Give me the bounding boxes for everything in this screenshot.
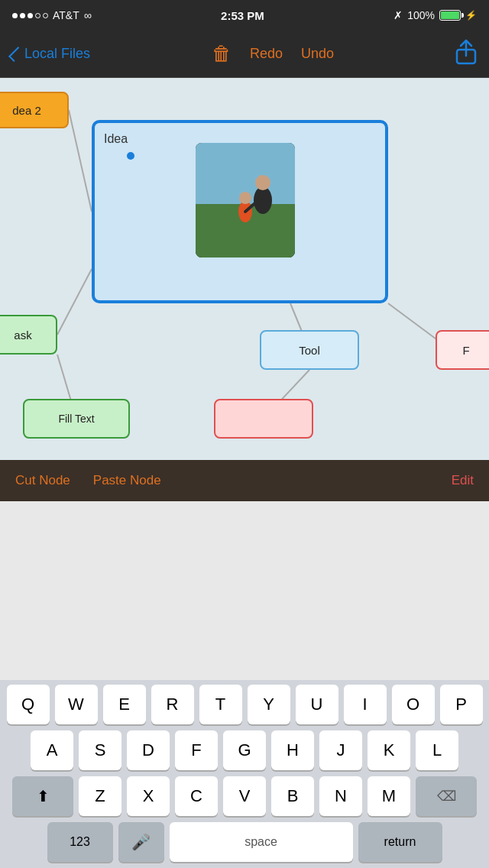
key-u[interactable]: U <box>296 685 338 724</box>
battery-icon <box>439 10 461 21</box>
key-v[interactable]: V <box>223 776 266 816</box>
keyboard: Q W E R T Y U I O P A S D F G H J K L ⬆ … <box>0 680 489 868</box>
cut-node-button[interactable]: Cut Node <box>15 473 70 488</box>
backspace-icon: ⌫ <box>437 788 456 805</box>
svg-point-13 <box>255 175 270 190</box>
edit-button[interactable]: Edit <box>452 473 474 488</box>
back-button[interactable]: Local Files <box>12 46 90 62</box>
node-task-label: ask <box>14 329 31 342</box>
bluetooth-icon: ✗ <box>393 9 403 21</box>
signal-dot-2 <box>20 13 25 18</box>
node-photo <box>196 143 295 257</box>
key-e[interactable]: E <box>103 685 146 724</box>
shift-key[interactable]: ⬆ <box>12 776 73 816</box>
key-m[interactable]: M <box>368 776 410 816</box>
svg-line-1 <box>69 110 92 212</box>
key-q[interactable]: Q <box>7 685 50 724</box>
node-main[interactable]: Idea <box>92 120 388 303</box>
key-g[interactable]: G <box>223 730 266 770</box>
node-filltext-label: Fill Text <box>58 413 94 425</box>
key-c[interactable]: C <box>175 776 218 816</box>
node-f-label: F <box>462 344 469 357</box>
node-task[interactable]: ask <box>0 315 57 355</box>
key-b[interactable]: B <box>271 776 314 816</box>
redo-button[interactable]: Redo <box>250 46 283 62</box>
signal-dots <box>12 13 48 18</box>
status-bar: AT&T ∞ 2:53 PM ✗ 100% ⚡ <box>0 0 489 31</box>
backspace-key[interactable]: ⌫ <box>416 776 477 816</box>
signal-dot-3 <box>28 13 33 18</box>
keyboard-row-1: Q W E R T Y U I O P <box>0 685 489 724</box>
node-idea2[interactable]: dea 2 <box>0 92 69 128</box>
key-o[interactable]: O <box>392 685 435 724</box>
mic-key[interactable]: 🎤 <box>118 822 164 862</box>
key-r[interactable]: R <box>151 685 194 724</box>
key-y[interactable]: Y <box>248 685 290 724</box>
wifi-icon: ∞ <box>84 9 92 21</box>
numbers-key[interactable]: 123 <box>47 822 113 862</box>
key-k[interactable]: K <box>368 730 410 770</box>
node-idea-label: Idea <box>104 132 128 146</box>
context-bar: Cut Node Paste Node Edit <box>0 460 489 501</box>
signal-dot-5 <box>43 13 48 18</box>
back-label: Local Files <box>24 46 90 62</box>
battery-fill <box>441 11 459 19</box>
trash-icon[interactable]: 🗑 <box>212 42 232 66</box>
status-right: ✗ 100% ⚡ <box>393 9 477 21</box>
keyboard-row-bottom: 123 🎤 space return <box>0 822 489 862</box>
space-key[interactable]: space <box>170 822 353 862</box>
battery-box <box>439 10 461 21</box>
time-display: 2:53 PM <box>221 9 264 22</box>
svg-line-2 <box>57 269 92 335</box>
key-p[interactable]: P <box>440 685 483 724</box>
battery-percent: 100% <box>407 9 435 21</box>
key-t[interactable]: T <box>199 685 242 724</box>
mic-icon: 🎤 <box>131 833 151 851</box>
node-filltext[interactable]: Fill Text <box>23 399 130 439</box>
key-x[interactable]: X <box>127 776 170 816</box>
key-z[interactable]: Z <box>79 776 121 816</box>
node-idea2-label: dea 2 <box>12 104 41 117</box>
nav-center: 🗑 Redo Undo <box>212 42 334 66</box>
charging-icon: ⚡ <box>465 10 477 21</box>
share-button[interactable] <box>455 39 477 70</box>
key-n[interactable]: N <box>319 776 362 816</box>
return-key[interactable]: return <box>358 822 442 862</box>
svg-point-15 <box>239 192 251 204</box>
keyboard-row-2: A S D F G H J K L <box>0 730 489 770</box>
node-tool-label: Tool <box>299 344 320 357</box>
chevron-left-icon <box>8 47 24 62</box>
key-a[interactable]: A <box>31 730 73 770</box>
key-i[interactable]: I <box>344 685 387 724</box>
undo-button[interactable]: Undo <box>301 46 334 62</box>
cursor-dot <box>127 152 134 160</box>
photo-content <box>196 143 295 257</box>
status-left: AT&T ∞ <box>12 9 92 21</box>
node-tool[interactable]: Tool <box>260 330 359 370</box>
key-w[interactable]: W <box>55 685 98 724</box>
signal-dot-4 <box>35 13 40 18</box>
keyboard-row-3: ⬆ Z X C V B N M ⌫ <box>0 776 489 816</box>
key-f[interactable]: F <box>175 730 218 770</box>
signal-dot-1 <box>12 13 18 18</box>
key-l[interactable]: L <box>416 730 458 770</box>
key-s[interactable]: S <box>79 730 121 770</box>
node-f[interactable]: F <box>436 330 489 370</box>
shift-icon: ⬆ <box>37 787 50 805</box>
key-d[interactable]: D <box>127 730 170 770</box>
node-red-empty[interactable] <box>214 399 313 439</box>
key-h[interactable]: H <box>271 730 314 770</box>
paste-node-button[interactable]: Paste Node <box>93 473 161 488</box>
nav-bar: Local Files 🗑 Redo Undo <box>0 31 489 78</box>
canvas-area[interactable]: dea 2 Idea <box>0 78 489 460</box>
carrier-label: AT&T <box>53 9 79 21</box>
key-j[interactable]: J <box>319 730 362 770</box>
